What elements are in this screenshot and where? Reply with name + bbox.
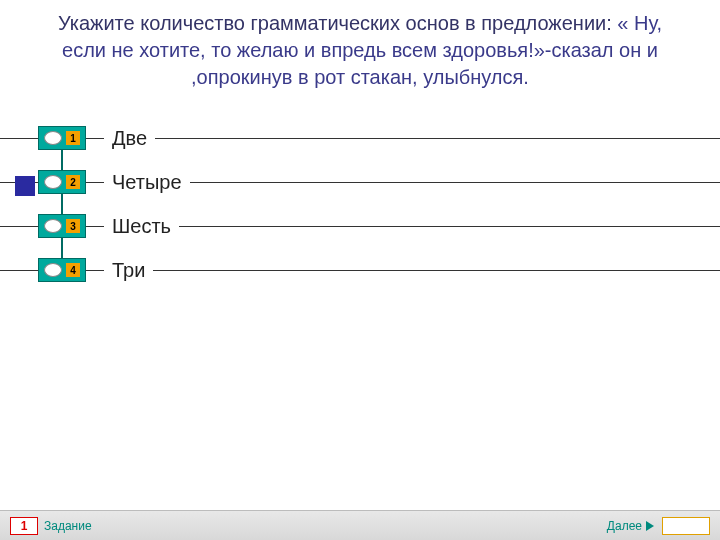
option-number: 4 [66,263,80,277]
option-label: Шесть [104,215,179,238]
option-connector-line [61,138,63,270]
option-row-2: 2 Четыре [0,160,720,204]
options-list: 1 Две 2 Четыре 3 Шесть 4 Три [0,116,720,292]
option-selector-3[interactable]: 3 [38,214,86,238]
footer-bar: 1 Задание Далее [0,510,720,540]
radio-icon [44,219,62,233]
next-label: Далее [607,519,642,533]
score-box [662,517,710,535]
play-icon [646,521,654,531]
radio-icon [44,131,62,145]
option-row-3: 3 Шесть [0,204,720,248]
option-row-1: 1 Две [0,116,720,160]
next-button[interactable]: Далее [607,519,654,533]
question-block: Укажите количество грамматических основ … [0,0,720,111]
radio-icon [44,175,62,189]
option-label: Три [104,259,153,282]
blue-marker [15,176,35,196]
task-label: Задание [44,519,92,533]
option-row-4: 4 Три [0,248,720,292]
option-label: Две [104,127,155,150]
option-number: 3 [66,219,80,233]
option-selector-1[interactable]: 1 [38,126,86,150]
option-number: 2 [66,175,80,189]
option-selector-2[interactable]: 2 [38,170,86,194]
option-number: 1 [66,131,80,145]
question-prompt: Укажите количество грамматических основ … [58,12,617,34]
radio-icon [44,263,62,277]
option-selector-4[interactable]: 4 [38,258,86,282]
task-number-box: 1 [10,517,38,535]
option-label: Четыре [104,171,190,194]
